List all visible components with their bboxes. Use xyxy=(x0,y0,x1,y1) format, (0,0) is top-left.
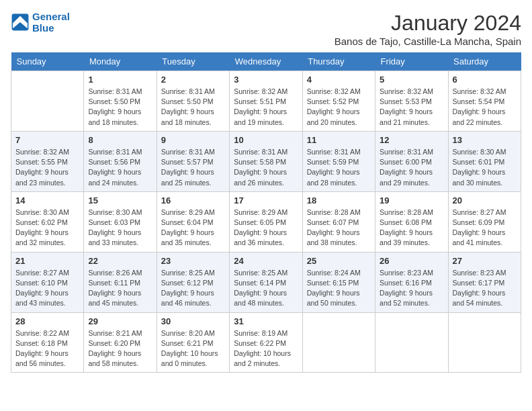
day-info: Sunrise: 8:29 AMSunset: 6:05 PMDaylight:… xyxy=(234,208,298,248)
calendar-cell: 2Sunrise: 8:31 AMSunset: 5:50 PMDaylight… xyxy=(157,71,229,132)
day-number: 9 xyxy=(161,135,225,145)
calendar-cell: 21Sunrise: 8:27 AMSunset: 6:10 PMDayligh… xyxy=(11,252,84,312)
calendar-cell: 8Sunrise: 8:31 AMSunset: 5:56 PMDaylight… xyxy=(84,131,157,191)
day-number: 26 xyxy=(380,256,443,266)
day-number: 12 xyxy=(380,135,443,145)
calendar-cell: 15Sunrise: 8:30 AMSunset: 6:03 PMDayligh… xyxy=(84,191,157,252)
weekday-header-tuesday: Tuesday xyxy=(157,52,229,71)
calendar-cell: 28Sunrise: 8:22 AMSunset: 6:18 PMDayligh… xyxy=(11,312,84,373)
day-number: 5 xyxy=(380,75,443,85)
calendar-cell: 13Sunrise: 8:30 AMSunset: 6:01 PMDayligh… xyxy=(448,131,521,191)
calendar-header: SundayMondayTuesdayWednesdayThursdayFrid… xyxy=(11,52,521,71)
day-number: 15 xyxy=(88,195,152,205)
day-number: 18 xyxy=(307,195,371,205)
day-info: Sunrise: 8:29 AMSunset: 6:04 PMDaylight:… xyxy=(161,208,225,248)
calendar-cell: 3Sunrise: 8:32 AMSunset: 5:51 PMDaylight… xyxy=(230,71,302,132)
calendar-cell: 7Sunrise: 8:32 AMSunset: 5:55 PMDaylight… xyxy=(11,131,84,191)
logo: General Blue xyxy=(11,11,70,34)
day-info: Sunrise: 8:32 AMSunset: 5:54 PMDaylight:… xyxy=(453,87,517,128)
day-info: Sunrise: 8:28 AMSunset: 6:08 PMDaylight:… xyxy=(380,208,443,248)
location-subtitle: Banos de Tajo, Castille-La Mancha, Spain xyxy=(335,36,521,47)
day-number: 19 xyxy=(380,195,443,205)
day-number: 1 xyxy=(88,75,152,85)
day-info: Sunrise: 8:22 AMSunset: 6:18 PMDaylight:… xyxy=(15,328,79,369)
calendar-cell: 20Sunrise: 8:27 AMSunset: 6:09 PMDayligh… xyxy=(448,191,521,252)
calendar-cell: 12Sunrise: 8:31 AMSunset: 6:00 PMDayligh… xyxy=(375,131,448,191)
day-info: Sunrise: 8:32 AMSunset: 5:52 PMDaylight:… xyxy=(307,87,371,128)
day-info: Sunrise: 8:32 AMSunset: 5:55 PMDaylight:… xyxy=(15,147,79,188)
day-number: 14 xyxy=(15,195,79,205)
day-number: 8 xyxy=(88,135,152,145)
day-number: 2 xyxy=(161,75,225,85)
day-info: Sunrise: 8:23 AMSunset: 6:16 PMDaylight:… xyxy=(380,268,443,309)
day-info: Sunrise: 8:31 AMSunset: 5:56 PMDaylight:… xyxy=(88,147,152,188)
calendar-cell: 26Sunrise: 8:23 AMSunset: 6:16 PMDayligh… xyxy=(375,252,448,312)
logo-icon xyxy=(11,13,30,32)
calendar-cell: 17Sunrise: 8:29 AMSunset: 6:05 PMDayligh… xyxy=(230,191,302,252)
calendar-week-row: 14Sunrise: 8:30 AMSunset: 6:02 PMDayligh… xyxy=(11,191,521,252)
day-info: Sunrise: 8:31 AMSunset: 5:59 PMDaylight:… xyxy=(307,147,371,188)
page-header: General Blue January 2024 Banos de Tajo,… xyxy=(11,11,521,47)
day-number: 31 xyxy=(234,316,298,326)
calendar-table: SundayMondayTuesdayWednesdayThursdayFrid… xyxy=(11,52,521,373)
calendar-cell: 10Sunrise: 8:31 AMSunset: 5:58 PMDayligh… xyxy=(230,131,302,191)
day-info: Sunrise: 8:19 AMSunset: 6:22 PMDaylight:… xyxy=(234,328,298,369)
calendar-week-row: 21Sunrise: 8:27 AMSunset: 6:10 PMDayligh… xyxy=(11,252,521,312)
calendar-cell: 1Sunrise: 8:31 AMSunset: 5:50 PMDaylight… xyxy=(84,71,157,132)
day-info: Sunrise: 8:31 AMSunset: 5:50 PMDaylight:… xyxy=(88,87,152,128)
calendar-cell: 19Sunrise: 8:28 AMSunset: 6:08 PMDayligh… xyxy=(375,191,448,252)
day-info: Sunrise: 8:31 AMSunset: 5:50 PMDaylight:… xyxy=(161,87,225,128)
calendar-cell xyxy=(302,312,375,373)
day-info: Sunrise: 8:25 AMSunset: 6:12 PMDaylight:… xyxy=(161,268,225,309)
calendar-cell xyxy=(11,71,84,132)
calendar-week-row: 1Sunrise: 8:31 AMSunset: 5:50 PMDaylight… xyxy=(11,71,521,132)
day-number: 29 xyxy=(88,316,152,326)
day-number: 23 xyxy=(161,256,225,266)
day-number: 21 xyxy=(15,256,79,266)
day-info: Sunrise: 8:30 AMSunset: 6:02 PMDaylight:… xyxy=(15,208,79,248)
calendar-cell xyxy=(448,312,521,373)
calendar-cell: 31Sunrise: 8:19 AMSunset: 6:22 PMDayligh… xyxy=(230,312,302,373)
logo-text: General Blue xyxy=(32,11,70,34)
day-number: 4 xyxy=(307,75,371,85)
day-info: Sunrise: 8:27 AMSunset: 6:10 PMDaylight:… xyxy=(15,268,79,309)
day-info: Sunrise: 8:31 AMSunset: 5:58 PMDaylight:… xyxy=(234,147,298,188)
calendar-cell: 5Sunrise: 8:32 AMSunset: 5:53 PMDaylight… xyxy=(375,71,448,132)
day-number: 13 xyxy=(453,135,517,145)
calendar-cell: 24Sunrise: 8:25 AMSunset: 6:14 PMDayligh… xyxy=(230,252,302,312)
day-info: Sunrise: 8:32 AMSunset: 5:51 PMDaylight:… xyxy=(234,87,298,128)
day-number: 7 xyxy=(15,135,79,145)
calendar-week-row: 28Sunrise: 8:22 AMSunset: 6:18 PMDayligh… xyxy=(11,312,521,373)
day-number: 25 xyxy=(307,256,371,266)
weekday-header-monday: Monday xyxy=(84,52,157,71)
day-info: Sunrise: 8:26 AMSunset: 6:11 PMDaylight:… xyxy=(88,268,152,309)
day-number: 16 xyxy=(161,195,225,205)
calendar-body: 1Sunrise: 8:31 AMSunset: 5:50 PMDaylight… xyxy=(11,71,521,373)
day-number: 22 xyxy=(88,256,152,266)
calendar-cell: 18Sunrise: 8:28 AMSunset: 6:07 PMDayligh… xyxy=(302,191,375,252)
day-number: 24 xyxy=(234,256,298,266)
weekday-header-saturday: Saturday xyxy=(448,52,521,71)
weekday-header-thursday: Thursday xyxy=(302,52,375,71)
day-info: Sunrise: 8:30 AMSunset: 6:03 PMDaylight:… xyxy=(88,208,152,248)
calendar-cell xyxy=(375,312,448,373)
day-number: 17 xyxy=(234,195,298,205)
weekday-header-friday: Friday xyxy=(375,52,448,71)
day-info: Sunrise: 8:25 AMSunset: 6:14 PMDaylight:… xyxy=(234,268,298,309)
day-info: Sunrise: 8:30 AMSunset: 6:01 PMDaylight:… xyxy=(453,147,517,188)
calendar-cell: 29Sunrise: 8:21 AMSunset: 6:20 PMDayligh… xyxy=(84,312,157,373)
day-info: Sunrise: 8:23 AMSunset: 6:17 PMDaylight:… xyxy=(453,268,517,309)
weekday-header-row: SundayMondayTuesdayWednesdayThursdayFrid… xyxy=(11,52,521,71)
day-info: Sunrise: 8:31 AMSunset: 5:57 PMDaylight:… xyxy=(161,147,225,188)
day-number: 11 xyxy=(307,135,371,145)
day-number: 3 xyxy=(234,75,298,85)
calendar-cell: 22Sunrise: 8:26 AMSunset: 6:11 PMDayligh… xyxy=(84,252,157,312)
day-number: 6 xyxy=(453,75,517,85)
day-info: Sunrise: 8:24 AMSunset: 6:15 PMDaylight:… xyxy=(307,268,371,309)
calendar-cell: 25Sunrise: 8:24 AMSunset: 6:15 PMDayligh… xyxy=(302,252,375,312)
day-info: Sunrise: 8:21 AMSunset: 6:20 PMDaylight:… xyxy=(88,328,152,369)
month-year-title: January 2024 xyxy=(335,11,521,36)
weekday-header-sunday: Sunday xyxy=(11,52,84,71)
day-info: Sunrise: 8:20 AMSunset: 6:21 PMDaylight:… xyxy=(161,328,225,369)
calendar-cell: 16Sunrise: 8:29 AMSunset: 6:04 PMDayligh… xyxy=(157,191,229,252)
